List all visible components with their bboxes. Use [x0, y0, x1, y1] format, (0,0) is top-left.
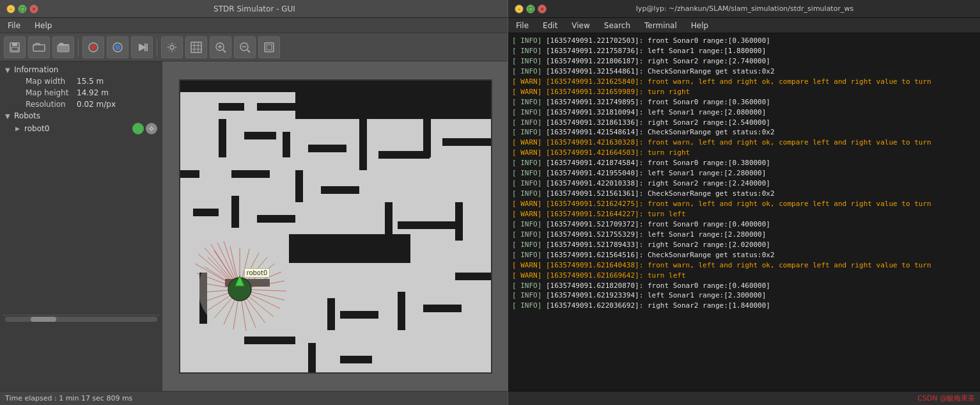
time-elapsed: Time elapsed : 1 min 17 sec 809 ms	[5, 394, 132, 402]
log-line: [ INFO] [1635749091.521789433]: right So…	[512, 240, 976, 250]
log-line: [ INFO] [1635749091.521561361]: CheckSon…	[512, 189, 976, 199]
toolbar-stop-btn[interactable]	[107, 36, 128, 58]
map-height-key: Map height	[26, 88, 77, 97]
folder-icon	[57, 42, 70, 52]
map-area: robot0	[163, 61, 508, 391]
log-line: [ INFO] [1635749091.221702503]: front So…	[512, 36, 976, 46]
log-line: [ WARN] [1635749091.621669642]: turn lef…	[512, 271, 976, 281]
terminal-close-btn[interactable]: ×	[538, 4, 547, 13]
stdr-gui-panel: – □ × STDR Simulator - GUI File Help	[0, 0, 508, 405]
wall-24	[340, 311, 378, 319]
map-height-val: 14.92 m	[77, 88, 109, 97]
svg-line-23	[247, 50, 250, 52]
terminal-menu-help[interactable]: Help	[687, 20, 712, 31]
svg-rect-2	[12, 47, 18, 51]
terminal-status-bar: CSDN @酸梅果茶	[508, 391, 980, 405]
map-width-prop: Map width 15.5 m	[13, 75, 160, 87]
menu-file[interactable]: File	[4, 20, 24, 31]
svg-point-27	[150, 127, 153, 130]
toolbar-save-btn[interactable]	[4, 36, 26, 58]
robots-tree-item[interactable]: ▼ Robots	[3, 110, 160, 122]
terminal-menu-search[interactable]: Search	[600, 20, 634, 31]
log-line: [ WARN] [1635749091.321625840]: front wa…	[512, 77, 976, 87]
play-icon	[136, 42, 148, 53]
robot0-settings-btn[interactable]	[146, 123, 157, 134]
toolbar-grid-btn[interactable]	[185, 36, 207, 58]
resolution-prop: Resolution 0.02 m/px	[13, 99, 160, 110]
terminal-menu-terminal[interactable]: Terminal	[641, 20, 681, 31]
log-line: [ WARN] [1635749091.421630328]: front wa…	[512, 138, 976, 148]
terminal-minimize-btn[interactable]: –	[515, 4, 524, 13]
record-icon	[88, 42, 99, 53]
main-content: ▼ Information Map width 15.5 m Map heigh…	[0, 61, 508, 391]
window-icon	[263, 42, 275, 53]
resolution-val: 0.02 m/px	[77, 100, 116, 109]
wall-4	[244, 132, 276, 139]
terminal-title-bar: – □ × lyp@lyp: ~/zhankun/SLAM/slam_simul…	[508, 0, 980, 18]
robot0-arrow: ▶	[15, 125, 24, 132]
terminal-panel: – □ × lyp@lyp: ~/zhankun/SLAM/slam_simul…	[508, 0, 980, 405]
information-tree-item[interactable]: ▼ Information	[3, 64, 160, 75]
toolbar-zoom-out-btn[interactable]	[234, 36, 256, 58]
terminal-menu-edit[interactable]: Edit	[539, 20, 561, 31]
toolbar-window-btn[interactable]	[258, 36, 280, 58]
svg-rect-1	[12, 43, 17, 46]
terminal-window-controls: – □ ×	[515, 4, 547, 13]
log-line: [ WARN] [1635749091.321659989]: turn rig…	[512, 87, 976, 97]
wall-29	[308, 343, 316, 374]
map-width-val: 15.5 m	[77, 77, 104, 86]
log-line: [ INFO] [1635749091.622036692]: right So…	[512, 301, 976, 311]
wall-13	[295, 170, 303, 202]
minimize-btn[interactable]: –	[6, 4, 15, 13]
svg-rect-17	[191, 42, 201, 52]
wall-27	[455, 273, 492, 280]
svg-point-6	[91, 45, 96, 50]
sidebar-hscroll[interactable]	[3, 315, 160, 322]
toolbar-play-btn[interactable]	[131, 36, 153, 58]
scrollbar-track	[5, 317, 157, 322]
maximize-btn[interactable]: □	[18, 4, 27, 13]
open-icon	[33, 42, 45, 52]
information-label: Information	[14, 65, 58, 74]
log-line: [ WARN] [1635749091.421664503]: turn rig…	[512, 148, 976, 158]
settings-icon	[166, 42, 178, 53]
stop-icon	[112, 42, 123, 53]
robot0-controls	[132, 123, 157, 134]
terminal-menu-view[interactable]: View	[568, 20, 593, 31]
robot0-activate-btn[interactable]	[132, 123, 144, 134]
wall-top-left	[180, 81, 295, 92]
log-line: [ INFO] [1635749091.521709372]: front So…	[512, 219, 976, 230]
terminal-output[interactable]: [ INFO] [1635749091.221702503]: front So…	[508, 33, 980, 391]
zoom-out-icon	[239, 42, 251, 53]
sidebar: ▼ Information Map width 15.5 m Map heigh…	[0, 61, 163, 391]
wall-9	[423, 119, 431, 157]
menu-help[interactable]: Help	[31, 20, 56, 31]
log-line: [ WARN] [1635749091.521624275]: front wa…	[512, 199, 976, 209]
wall-8	[378, 151, 430, 159]
toolbar-record-btn[interactable]	[82, 36, 104, 58]
wall-1	[219, 103, 244, 111]
robot-visualization: robot0	[192, 228, 300, 337]
grid-icon	[191, 42, 202, 53]
scrollbar-thumb[interactable]	[31, 317, 56, 322]
map-width-key: Map width	[26, 77, 77, 86]
toolbar-folder-btn[interactable]	[52, 36, 74, 58]
wall-12	[231, 170, 270, 178]
toolbar-zoom-in-btn[interactable]	[210, 36, 231, 58]
svg-rect-25	[265, 43, 274, 52]
log-line: [ INFO] [1635749091.521755329]: left Son…	[512, 230, 976, 240]
wall-25	[398, 292, 405, 330]
log-line: [ WARN] [1635749091.521644227]: turn lef…	[512, 209, 976, 219]
wall-20	[455, 202, 463, 241]
window-controls: – □ ×	[6, 4, 38, 13]
terminal-menu-file[interactable]: File	[512, 20, 533, 31]
log-line: [ INFO] [1635749091.621923394]: left Son…	[512, 290, 976, 301]
log-line: [ INFO] [1635749091.422010338]: right So…	[512, 179, 976, 189]
svg-rect-26	[267, 45, 272, 50]
toolbar-settings-btn[interactable]	[161, 36, 183, 58]
wall-center-block	[289, 234, 410, 263]
terminal-maximize-btn[interactable]: □	[526, 4, 535, 13]
toolbar-open-btn[interactable]	[28, 36, 50, 58]
log-line: [ INFO] [1635749091.421955040]: left Son…	[512, 168, 976, 179]
close-btn[interactable]: ×	[29, 4, 38, 13]
